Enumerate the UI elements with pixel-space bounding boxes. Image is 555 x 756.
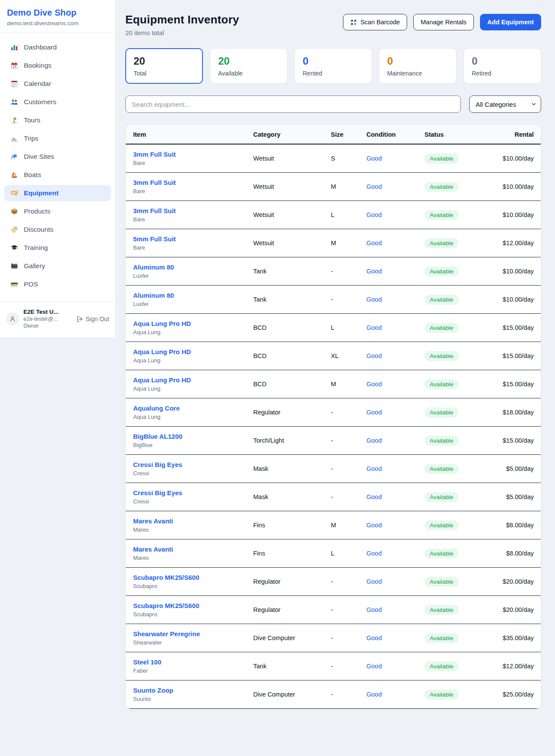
item-condition-link[interactable]: Good (366, 578, 382, 585)
item-condition-link[interactable]: Good (366, 437, 382, 444)
sidebar-item-dive-sites[interactable]: Dive Sites (4, 148, 111, 165)
sidebar-item-bookings[interactable]: 17 Bookings (4, 57, 111, 74)
brand-domain: demo.test.divestreams.com (7, 20, 108, 26)
status-badge: Available (424, 520, 459, 530)
sidebar-item-training[interactable]: Training (4, 240, 111, 256)
sidebar-item-calendar[interactable]: Calendar (4, 76, 111, 92)
item-condition-link[interactable]: Good (366, 550, 382, 557)
item-size: M (331, 511, 366, 539)
category-select[interactable]: All Categories (469, 95, 541, 113)
item-name-link[interactable]: Aqua Lung Pro HD (133, 376, 191, 384)
item-condition-link[interactable]: Good (366, 381, 382, 388)
stat-card-maintenance[interactable]: 0 Maintenance (379, 48, 457, 84)
item-condition-link[interactable]: Good (366, 606, 382, 613)
table-row: Scubapro MK25/S600 Scubapro Regulator - … (126, 568, 541, 596)
item-category: Regulator (253, 596, 331, 624)
item-size: L (331, 539, 366, 568)
item-rental-rate: $5.00/day (477, 455, 541, 483)
sidebar-item-tours[interactable]: Tours (4, 112, 111, 128)
item-name-link[interactable]: Mares Avanti (133, 517, 173, 525)
sidebar-item-label: Customers (24, 98, 56, 106)
item-category: Tank (253, 257, 331, 286)
sidebar-item-label: Calendar (24, 80, 51, 88)
item-size: L (331, 201, 366, 229)
item-condition-link[interactable]: Good (366, 324, 382, 331)
stat-card-rented[interactable]: 0 Rented (294, 48, 372, 84)
item-condition-link[interactable]: Good (366, 465, 382, 472)
item-condition-link[interactable]: Good (366, 634, 382, 641)
scan-barcode-button[interactable]: Scan Barcode (343, 14, 407, 30)
item-size: - (331, 257, 366, 286)
item-size: - (331, 398, 366, 427)
sidebar-item-discounts[interactable]: Discounts (4, 221, 111, 238)
item-brand: Bare (133, 216, 250, 223)
item-name-link[interactable]: 3mm Full Suit (133, 179, 176, 186)
add-equipment-button[interactable]: Add Equipment (480, 14, 541, 30)
item-category: BCD (253, 314, 331, 342)
sidebar-item-products[interactable]: Products (4, 203, 111, 220)
item-brand: Suunto (133, 696, 250, 702)
item-condition-link[interactable]: Good (366, 268, 382, 275)
item-name-link[interactable]: BigBlue AL1200 (133, 433, 183, 440)
item-category: Fins (253, 539, 331, 568)
item-name-link[interactable]: Steel 100 (133, 658, 161, 666)
item-brand: Mares (133, 555, 250, 561)
item-condition-link[interactable]: Good (366, 296, 382, 303)
sidebar-item-equipment[interactable]: Equipment (4, 185, 111, 201)
item-name-link[interactable]: Mares Avanti (133, 546, 173, 553)
sidebar-item-dashboard[interactable]: Dashboard (4, 39, 111, 56)
item-name-link[interactable]: Cressi Big Eyes (133, 461, 182, 468)
manage-rentals-button[interactable]: Manage Rentals (413, 14, 474, 30)
item-name-link[interactable]: Scubapro MK25/S600 (133, 602, 199, 609)
item-name-link[interactable]: Aqua Lung Pro HD (133, 348, 191, 355)
item-name-link[interactable]: 3mm Full Suit (133, 207, 176, 214)
item-condition-link[interactable]: Good (366, 211, 382, 218)
sidebar-item-customers[interactable]: Customers (4, 94, 111, 110)
sidebar-item-gallery[interactable]: Gallery (4, 258, 111, 274)
status-badge: Available (424, 690, 459, 700)
sidebar-item-pos[interactable]: POS (4, 276, 111, 293)
item-condition-link[interactable]: Good (366, 352, 382, 359)
item-condition-link[interactable]: Good (366, 691, 382, 698)
item-name-link[interactable]: Aluminum 80 (133, 292, 174, 299)
user-info: E2E Test U... e2e-tester@... Owner (23, 309, 59, 329)
item-rental-rate: $15.00/day (477, 342, 541, 370)
item-name-link[interactable]: Aluminum 80 (133, 263, 174, 271)
item-name-link[interactable]: Shearwater Peregrine (133, 630, 200, 638)
item-name-link[interactable]: 5mm Full Suit (133, 235, 176, 243)
item-name-link[interactable]: Aqualung Core (133, 404, 180, 412)
brand-name[interactable]: Demo Dive Shop (7, 8, 108, 18)
item-condition-link[interactable]: Good (366, 240, 382, 247)
item-condition-link[interactable]: Good (366, 409, 382, 416)
add-equipment-label: Add Equipment (487, 19, 534, 26)
search-input[interactable] (125, 95, 461, 113)
table-row: Aqualung Core Aqua Lung Regulator - Good… (126, 398, 541, 427)
item-name-link[interactable]: Aqua Lung Pro HD (133, 320, 191, 327)
item-condition-link[interactable]: Good (366, 493, 382, 500)
item-rental-rate: $15.00/day (477, 314, 541, 342)
item-brand: Mares (133, 526, 250, 533)
item-rental-rate: $25.00/day (477, 680, 541, 709)
item-condition-link[interactable]: Good (366, 183, 382, 190)
sidebar-item-label: Dashboard (24, 43, 57, 51)
item-name-link[interactable]: Scubapro MK25/S600 (133, 574, 199, 581)
status-badge: Available (424, 549, 459, 559)
stat-card-total[interactable]: 20 Total (125, 48, 203, 84)
item-name-link[interactable]: Cressi Big Eyes (133, 489, 182, 496)
stat-value: 0 (387, 55, 448, 67)
stat-card-retired[interactable]: 0 Retired (464, 48, 541, 84)
stat-card-available[interactable]: 20 Available (210, 48, 287, 84)
item-name-link[interactable]: Suunto Zoop (133, 687, 173, 694)
item-condition-link[interactable]: Good (366, 522, 382, 529)
item-rental-rate: $10.00/day (477, 201, 541, 229)
sidebar-item-boats[interactable]: Boats (4, 167, 111, 183)
item-condition-link[interactable]: Good (366, 155, 382, 162)
item-condition-link[interactable]: Good (366, 663, 382, 670)
sidebar-item-trips[interactable]: Trips (4, 130, 111, 147)
item-name-link[interactable]: 3mm Full Suit (133, 151, 176, 158)
page-title-block: Equipment Inventory 20 items total (125, 13, 239, 36)
package-icon (10, 207, 18, 215)
sign-out-button[interactable]: Sign Out (76, 316, 109, 322)
item-brand: Aqua Lung (133, 357, 250, 364)
item-rental-rate: $20.00/day (477, 568, 541, 596)
